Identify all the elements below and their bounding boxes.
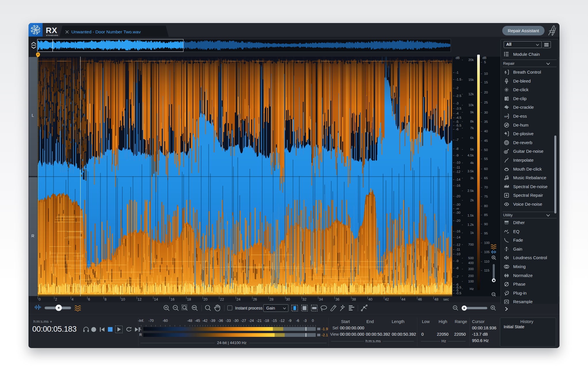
svg-text:ss: ss	[504, 115, 507, 118]
